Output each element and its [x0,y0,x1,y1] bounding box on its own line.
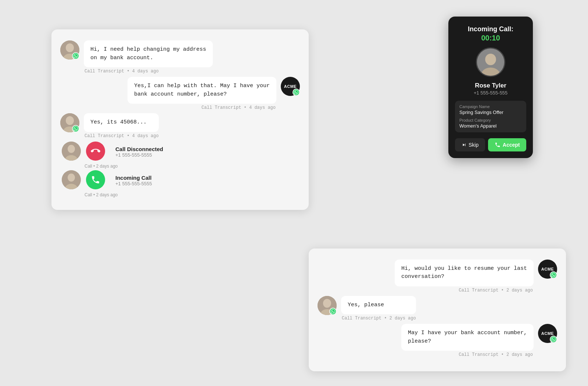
message-meta-2: Call Transcript • 4 days ago [201,105,276,110]
bubble-text-3: Yes, its 45068... [84,113,159,132]
call-disconnected-row: Call Disconnected +1 555-555-5555 Call •… [60,142,300,169]
right-agent-avatar-2: ACME [538,324,557,343]
campaign-value: Spring Savings Offer [459,110,522,115]
right-message-bubble-user-1: Yes, please Call Transcript • 2 days ago [341,296,416,321]
svg-point-10 [68,174,75,182]
svg-point-1 [66,43,74,52]
call-action-buttons: Skip Accept [455,138,526,151]
incoming-meta: Call • 2 days ago [85,192,300,197]
accept-label: Accept [503,142,520,148]
right-message-row-agent-1: ACME Hi, would you like to resume your l… [318,260,557,293]
right-bubble-text-2: Yes, please [341,296,416,315]
message-row-agent-1: ACME Yes,I can help with that. May I hav… [60,77,300,110]
disconnected-call-info: Call Disconnected +1 555-555-5555 [115,144,163,158]
right-message-row-user-1: Yes, please Call Transcript • 2 days ago [318,296,557,321]
incoming-phone-icon [86,170,105,189]
incoming-call-row: Incoming Call +1 555-555-5555 Call • 2 d… [60,170,300,197]
disconnected-phone: +1 555-555-5555 [115,152,163,158]
right-message-bubble-agent-1: Hi, would you like to resume your last c… [395,260,534,293]
left-chat-panel: Hi, I need help changing my address on m… [51,29,309,210]
caller-avatar [476,47,505,77]
message-row-user-1: Hi, I need help changing my address on m… [60,40,300,74]
disconnected-meta: Call • 2 days ago [85,164,300,169]
whatsapp-badge-3 [72,125,79,132]
message-row-user-2: Yes, its 45068... Call Transcript • 4 da… [60,113,300,139]
right-user-avatar-1 [318,296,337,315]
right-message-bubble-agent-2: May I have your bank account number, ple… [401,324,534,357]
right-message-meta-1: Call Transcript • 2 days ago [459,288,533,293]
user-avatar-2 [60,113,79,132]
product-label: Product Category [459,118,522,122]
whatsapp-badge-1 [72,52,79,60]
right-message-meta-3: Call Transcript • 2 days ago [459,352,533,357]
accept-button[interactable]: Accept [488,138,526,151]
message-bubble-user-1: Hi, I need help changing my address on m… [84,40,213,74]
whatsapp-badge-2 [293,89,300,96]
incoming-phone: +1 555-555-5555 [115,181,152,186]
caller-phone: +1 555-555-555 [474,90,508,96]
message-meta-3: Call Transcript • 4 days ago [85,133,159,139]
right-whatsapp-badge-2 [329,308,337,315]
product-value: Women's Apparel [459,123,522,129]
skip-label: Skip [469,142,478,148]
svg-point-7 [68,145,75,153]
caller-avatar-wrap [476,47,505,77]
right-whatsapp-badge-1 [550,271,557,279]
svg-point-13 [485,54,496,65]
right-bubble-text-3: May I have your bank account number, ple… [401,324,534,351]
disconnected-phone-icon [86,142,105,161]
incoming-call-title: Incoming Call: [468,25,513,33]
agent-avatar-1: ACME [281,77,300,96]
bubble-text-2: Yes,I can help with that. May I have you… [128,77,276,104]
message-bubble-agent-1: Yes,I can help with that. May I have you… [128,77,276,110]
right-chat-panel: ACME Hi, would you like to resume your l… [309,249,566,372]
bubble-text-1: Hi, I need help changing my address on m… [84,40,213,67]
caller-name: Rose Tyler [475,82,506,89]
incoming-title: Incoming Call [115,175,152,181]
campaign-info-card: Campaign Name Spring Savings Offer Produ… [455,101,526,132]
campaign-label: Campaign Name [459,104,522,109]
skip-button[interactable]: Skip [455,138,485,151]
incoming-call-panel: Incoming Call: 00:10 Rose Tyler +1 555-5… [448,17,533,158]
svg-point-4 [66,116,74,125]
right-whatsapp-badge-3 [550,336,557,343]
right-message-row-agent-2: ACME May I have your bank account number… [318,324,557,357]
message-meta-1: Call Transcript • 4 days ago [85,69,213,74]
incoming-call-info: Incoming Call +1 555-555-5555 [115,173,152,186]
right-agent-avatar-1: ACME [538,260,557,279]
incoming-call-timer: 00:10 [481,34,500,42]
svg-point-16 [323,299,331,308]
user-avatar-1 [60,40,79,60]
right-bubble-text-1: Hi, would you like to resume your last c… [395,260,534,286]
message-bubble-user-2: Yes, its 45068... Call Transcript • 4 da… [84,113,159,139]
disconnected-title: Call Disconnected [115,146,163,152]
right-message-meta-2: Call Transcript • 2 days ago [342,316,416,321]
